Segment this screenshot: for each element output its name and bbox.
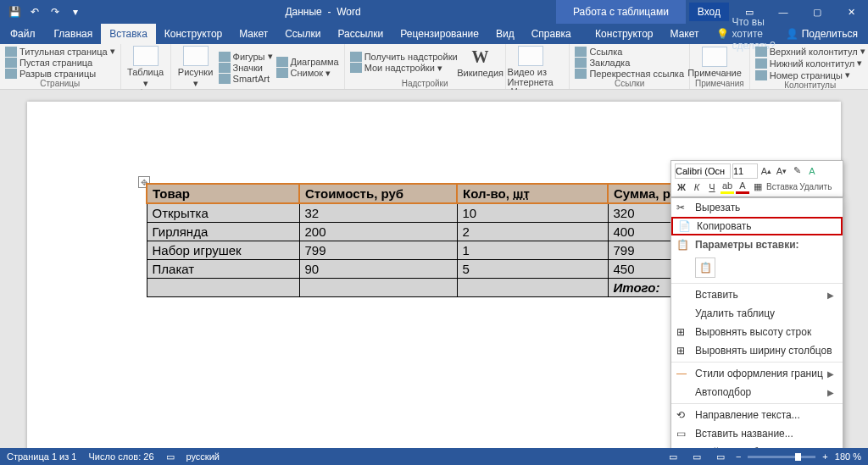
ctx-insert[interactable]: Вставить▶ (671, 285, 843, 304)
redo-icon[interactable]: ↷ (46, 3, 64, 21)
chart-button[interactable]: Диаграмма (276, 57, 339, 67)
pictures-button[interactable]: Рисунки▾ (176, 46, 215, 89)
online-video-button[interactable]: Видео из Интернета (511, 46, 550, 87)
crossref-icon (575, 69, 587, 79)
wikipedia-icon: W (472, 47, 489, 67)
ctx-delete-table[interactable]: Удалить таблицу (671, 304, 843, 323)
tab-view[interactable]: Вид (487, 24, 523, 44)
group-pages: Титульная страница ▾ Пустая страница Раз… (0, 44, 121, 89)
ctx-border-styles[interactable]: —Стили оформления границ▶ (671, 364, 843, 383)
ctx-cut[interactable]: ✂Вырезать (671, 198, 843, 217)
footer-button[interactable]: Нижний колонтитул ▾ (755, 58, 865, 69)
addins-icon (350, 63, 362, 73)
status-proofing-icon[interactable]: ▭ (166, 451, 175, 462)
wikipedia-button[interactable]: WВикипедия (461, 47, 500, 78)
ctx-distribute-rows[interactable]: ⊞Выровнять высоту строк (671, 323, 843, 341)
styles-icon[interactable]: A (805, 164, 819, 178)
header-cell[interactable]: Кол-во, шт (457, 184, 608, 203)
tab-table-design[interactable]: Конструктор (587, 24, 661, 44)
format-painter-icon[interactable]: ✎ (790, 164, 804, 178)
italic-button[interactable]: К (690, 180, 704, 194)
tab-layout-doc[interactable]: Макет (231, 24, 276, 44)
video-icon (518, 46, 543, 66)
get-addins-button[interactable]: Получить надстройки (350, 52, 458, 62)
status-language[interactable]: русский (186, 451, 220, 462)
screenshot-button[interactable]: Снимок ▾ (276, 68, 339, 79)
print-layout-icon[interactable]: ▭ (688, 450, 705, 463)
font-family-select[interactable] (675, 163, 731, 179)
tab-table-layout[interactable]: Макет (662, 24, 708, 44)
border-styles-icon: — (676, 368, 688, 379)
ctx-distribute-cols[interactable]: ⊞Выровнять ширину столбцов (671, 341, 843, 360)
qat-customize-icon[interactable]: ▾ (66, 3, 85, 21)
font-size-select[interactable] (732, 163, 758, 179)
tab-review[interactable]: Рецензирование (392, 24, 487, 44)
undo-icon[interactable]: ↶ (25, 3, 44, 21)
context-menu: ✂Вырезать 📄Копировать 📋Параметры вставки… (670, 197, 843, 465)
status-words[interactable]: Число слов: 26 (88, 451, 153, 462)
group-media: Видео из Интернета Мультимедиа (506, 44, 570, 89)
table-button[interactable]: Таблица▾ (126, 46, 165, 89)
zoom-out-icon[interactable]: − (736, 451, 741, 462)
close-icon[interactable]: ✕ (834, 0, 868, 24)
tab-references[interactable]: Ссылки (276, 24, 329, 44)
tab-design-doc[interactable]: Конструктор (156, 24, 231, 44)
zoom-level[interactable]: 180 % (835, 451, 861, 462)
shrink-font-icon[interactable]: A▾ (775, 164, 788, 178)
web-layout-icon[interactable]: ▭ (712, 450, 729, 463)
paste-keep-formatting-icon[interactable]: 📋 (695, 257, 715, 278)
header-button[interactable]: Верхний колонтитул ▾ (755, 46, 865, 57)
header-cell[interactable]: Стоимость, руб (299, 184, 457, 203)
bookmark-button[interactable]: Закладка (575, 58, 684, 68)
ctx-autofit[interactable]: Автоподбор▶ (671, 383, 843, 401)
read-mode-icon[interactable]: ▭ (665, 450, 682, 463)
page-break-button[interactable]: Разрыв страницы (5, 69, 115, 79)
doc-name: Данные (285, 6, 321, 18)
chart-icon (276, 57, 288, 67)
smartart-button[interactable]: SmartArt (219, 74, 273, 84)
my-addins-button[interactable]: Мои надстройки ▾ (350, 63, 458, 74)
blank-page-button[interactable]: Пустая страница (5, 58, 115, 68)
crossref-button[interactable]: Перекрестная ссылка (575, 69, 684, 79)
status-page[interactable]: Страница 1 из 1 (7, 451, 76, 462)
shapes-button[interactable]: Фигуры ▾ (219, 51, 273, 62)
app-name: Word (337, 6, 360, 18)
save-icon[interactable]: 💾 (5, 3, 24, 21)
underline-button[interactable]: Ч (705, 180, 719, 194)
ctx-copy[interactable]: 📄Копировать (671, 217, 843, 235)
pagenum-button[interactable]: Номер страницы ▾ (755, 69, 865, 80)
tab-home[interactable]: Главная (46, 24, 102, 44)
font-color-icon[interactable]: A (736, 180, 749, 194)
tab-file[interactable]: Файл (0, 24, 46, 44)
screenshot-icon (276, 68, 288, 78)
highlight-icon[interactable]: ab (721, 180, 734, 194)
header-cell[interactable]: Товар (147, 184, 299, 203)
insert-label[interactable]: Вставка (766, 182, 798, 191)
comment-button[interactable]: Примечание (695, 47, 734, 78)
comment-icon (702, 47, 727, 67)
ctx-text-direction[interactable]: ⟲Направление текста... (671, 406, 843, 424)
grow-font-icon[interactable]: A▴ (760, 164, 773, 178)
icons-button[interactable]: Значки (219, 63, 273, 73)
tab-mailings[interactable]: Рассылки (329, 24, 392, 44)
tell-me-search[interactable]: 💡 Что вы хотите сделать? (716, 24, 776, 44)
dist-rows-icon: ⊞ (676, 326, 688, 338)
quick-access-toolbar: 💾 ↶ ↷ ▾ (0, 3, 90, 21)
borders-icon[interactable]: ▦ (751, 180, 765, 194)
ctx-insert-caption[interactable]: ▭Вставить название... (671, 424, 843, 443)
cover-page-button[interactable]: Титульная страница ▾ (5, 46, 115, 57)
store-icon (350, 52, 362, 62)
tab-insert[interactable]: Вставка (101, 24, 156, 44)
group-addins: Получить надстройки Мои надстройки ▾ WВи… (345, 44, 506, 89)
share-button[interactable]: 👤 Поделиться (776, 24, 868, 44)
maximize-icon[interactable]: ▢ (800, 0, 834, 24)
zoom-in-icon[interactable]: + (822, 451, 827, 462)
delete-label[interactable]: Удалить (799, 182, 832, 191)
login-button[interactable]: Вход (689, 3, 729, 21)
ctx-paste-options-header: 📋Параметры вставки: (671, 235, 843, 254)
link-button[interactable]: Ссылка (575, 47, 684, 57)
bold-button[interactable]: Ж (675, 180, 688, 194)
contextual-tab-title: Работа с таблицами (556, 0, 686, 24)
zoom-slider[interactable] (748, 456, 815, 458)
tab-help[interactable]: Справка (523, 24, 580, 44)
